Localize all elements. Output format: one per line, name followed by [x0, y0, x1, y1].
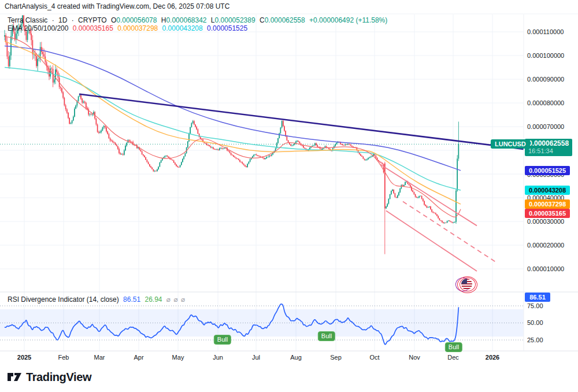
chart-canvas[interactable] [0, 0, 578, 392]
indicator-visibility-toggle-icon[interactable]: ⌀ [181, 295, 185, 304]
time-axis-label: Jul [252, 354, 260, 361]
price-axis-label: 0.000020000 [527, 242, 564, 249]
bull-divergence-label: Bull [318, 331, 335, 341]
time-axis-label: Feb [58, 354, 69, 361]
indicator-price-badge: 0.000043208 [525, 186, 570, 195]
ema-legend-label[interactable]: EMA 20/50/100/200 [8, 24, 68, 32]
time-axis-label: 2025 [17, 354, 31, 361]
price-axis-label: 0.000100000 [527, 52, 564, 59]
indicator-visibility-toggle-icon[interactable]: ⌀ [173, 295, 177, 304]
price-axis-label: 0.000090000 [527, 76, 564, 83]
open-value: 0.000056078 [116, 16, 157, 24]
legend-separator: · [72, 16, 74, 24]
flag-annotation[interactable] [454, 275, 479, 294]
snapshot-caption: ChartAnalysis_4 created with TradingView… [5, 2, 229, 13]
price-axis-label: 0.000010000 [527, 265, 564, 272]
snapshot-caption-text: ChartAnalysis_4 created with TradingView… [5, 2, 229, 10]
close-label: C [260, 16, 265, 24]
tradingview-logo-icon [7, 370, 22, 384]
indicator-price-badge: 0.000051525 [525, 166, 570, 175]
legend-separator: · [52, 16, 54, 24]
us-flag-icon [461, 279, 472, 290]
symbol-legend: Terra Classic · 1D · CRYPTO O0.000056078… [8, 16, 390, 24]
current-price-value: 0.000062558 [528, 140, 572, 147]
time-axis-label: 2026 [486, 354, 499, 361]
time-axis-label: Mar [94, 354, 105, 361]
rsi-axis-label: 75.00 [527, 302, 543, 309]
current-price-box: 0.000062558 16:51:34 [525, 139, 572, 156]
tradingview-logo[interactable]: TradingView [7, 370, 91, 384]
bar-countdown: 16:51:34 [528, 147, 572, 154]
rsi-reference-value: 26.94 [144, 295, 162, 304]
ema200-value: 0.000051525 [207, 24, 247, 32]
rsi-axis-label: 50.00 [527, 319, 543, 326]
ema-legend: EMA 20/50/100/200 0.000035165 0.00003729… [8, 24, 250, 32]
time-axis-label: Oct [369, 354, 379, 361]
price-axis-label: 0.000030000 [527, 218, 564, 225]
symbol-interval[interactable]: 1D [58, 16, 67, 24]
indicator-visibility-toggle-icon[interactable]: ⌀ [166, 295, 171, 304]
time-axis-label: Aug [290, 354, 302, 361]
symbol-price-pill: LUNCUSD [491, 139, 530, 149]
rsi-axis-label: 25.00 [527, 336, 543, 343]
descending-trendline[interactable] [79, 94, 524, 149]
ema-line-ema50 [5, 41, 461, 204]
ema50-value: 0.000037298 [117, 24, 158, 32]
price-axis-label: 0.000080000 [527, 99, 564, 106]
time-axis-label: Jun [213, 354, 223, 361]
high-value: 0.000068342 [166, 16, 206, 24]
tradingview-chart-snapshot: ChartAnalysis_4 created with TradingView… [0, 0, 578, 392]
tradingview-logo-text: TradingView [26, 371, 91, 384]
price-axis-label: 0.000070000 [527, 123, 564, 130]
rsi-pane [0, 306, 524, 340]
ema20-value: 0.000035165 [73, 24, 113, 32]
candlestick-series [4, 15, 459, 254]
rsi-value-badge: 86.51 [525, 293, 550, 302]
indicator-price-badge: 0.000037298 [525, 199, 570, 209]
ema100-value: 0.000043208 [162, 24, 203, 32]
time-axis-label: Dec [447, 354, 459, 361]
time-axis-label: Sep [330, 354, 342, 361]
time-axis-label: Nov [409, 354, 420, 361]
symbol-market: CRYPTO [78, 16, 107, 24]
low-value: 0.000052389 [215, 16, 255, 24]
time-axis-label: May [172, 354, 184, 361]
indicator-price-badge: 0.000035165 [525, 209, 570, 218]
rsi-legend-title[interactable]: RSI Divergence Indicator (14, close) [8, 295, 119, 304]
bull-divergence-label: Bull [445, 342, 462, 352]
close-value: 0.000062558 [265, 16, 305, 24]
time-axis-label: Apr [134, 354, 143, 361]
bull-divergence-label: Bull [214, 335, 231, 345]
open-label: O [111, 16, 116, 24]
low-label: L [211, 16, 215, 24]
symbol-name[interactable]: Terra Classic [8, 16, 47, 24]
rsi-legend: RSI Divergence Indicator (14, close) 86.… [8, 295, 186, 304]
price-axis-label: 0.000110000 [527, 28, 564, 35]
rsi-current-value: 86.51 [123, 295, 140, 304]
change-value: +0.000006492 (+11.58%) [309, 16, 387, 24]
